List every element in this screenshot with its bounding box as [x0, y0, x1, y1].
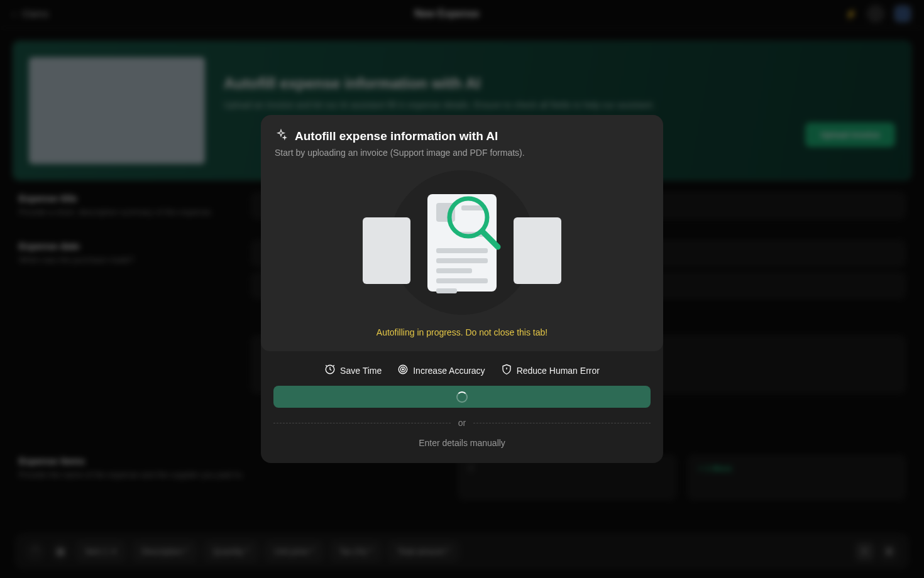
modal-overlay: Autofill expense information with AI Sta…: [0, 0, 924, 578]
benefit-save-time: Save Time: [324, 364, 382, 377]
separator: or: [261, 408, 663, 438]
enter-manually-link[interactable]: Enter details manually: [261, 438, 663, 463]
svg-point-5: [402, 369, 404, 370]
upload-illustration: [275, 170, 649, 315]
spinner-icon: [456, 391, 468, 403]
benefit-error: Reduce Human Error: [501, 364, 600, 377]
shield-icon: [501, 364, 512, 377]
progress-message: Autofilling in progress. Do not close th…: [275, 327, 649, 337]
modal-title: Autofill expense information with AI: [295, 129, 498, 143]
benefits-row: Save Time Increase Accuracy Reduce Human…: [261, 351, 663, 386]
autofill-modal: Autofill expense information with AI Sta…: [261, 115, 663, 463]
benefit-accuracy: Increase Accuracy: [397, 364, 485, 377]
clock-icon: [324, 364, 336, 377]
target-icon: [397, 364, 409, 377]
modal-subtitle: Start by uploading an invoice (Support i…: [275, 148, 649, 158]
magnifying-glass-icon: [446, 195, 503, 254]
loading-button: [273, 386, 651, 408]
sparkle-icon: [275, 129, 287, 144]
svg-line-1: [482, 231, 498, 247]
